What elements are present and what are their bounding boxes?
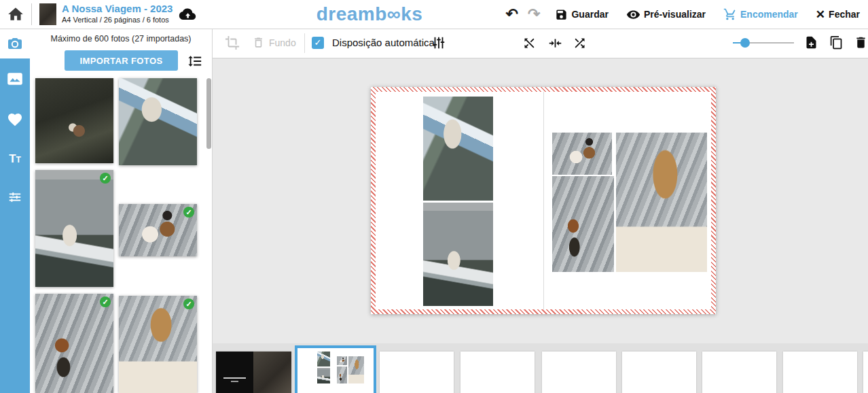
delete-page-icon[interactable]	[854, 35, 868, 50]
photo-thumb-woman-with-hat[interactable]: ✓	[119, 296, 197, 393]
sidebar-item-favorites[interactable]	[0, 105, 30, 135]
page-thumb-blank[interactable]	[863, 352, 868, 393]
photos-scrollbar[interactable]	[206, 78, 211, 149]
editor-canvas	[212, 58, 868, 343]
cloud-sync-icon	[178, 6, 197, 22]
shuffle-right-page-icon[interactable]	[573, 36, 587, 50]
cover-back	[216, 352, 253, 393]
page-thumb-blank[interactable]	[542, 352, 616, 393]
used-check-icon: ✓	[183, 298, 194, 309]
background-label: Fundo	[269, 37, 296, 48]
undo-icon[interactable]: ↶	[506, 7, 518, 22]
spread-photo-couple-portrait-marble[interactable]	[552, 133, 612, 175]
app-header: A Nossa Viagem - 2023 A4 Vertical / 26 p…	[0, 0, 868, 29]
page-thumb-blank[interactable]	[702, 352, 776, 393]
used-check-icon: ✓	[100, 296, 111, 307]
sidebar: TT	[0, 29, 30, 393]
spread-fold-line	[543, 92, 544, 309]
close-button[interactable]: ✕ Fechar	[816, 7, 860, 22]
page-thumb-spread-selected[interactable]	[295, 345, 376, 393]
photos-icon	[6, 70, 24, 88]
background-button[interactable]: Fundo	[252, 36, 296, 49]
sidebar-item-settings[interactable]	[0, 182, 30, 212]
pages-strip	[212, 343, 868, 393]
redo-icon[interactable]: ↷	[528, 7, 540, 22]
photo-thumb-couple-portrait-marble[interactable]: ✓	[119, 204, 197, 256]
text-icon: TT	[9, 152, 21, 166]
sidebar-item-text[interactable]: TT	[0, 144, 30, 174]
heart-icon	[7, 112, 23, 128]
project-title: A Nossa Viagem - 2023	[62, 3, 173, 15]
home-button[interactable]	[7, 5, 24, 23]
cart-icon	[723, 7, 737, 21]
import-photos-button[interactable]: IMPORTAR FOTOS	[65, 50, 178, 71]
project-subtitle: A4 Vertical / 26 páginas / 6 fotos	[62, 16, 173, 24]
toolbar-divider	[304, 33, 305, 53]
eye-icon	[626, 7, 640, 22]
zoom-slider-knob[interactable]	[740, 38, 750, 48]
merge-pages-icon[interactable]	[548, 36, 562, 50]
spread-photo-woman-in-boat[interactable]	[423, 97, 493, 201]
save-icon	[555, 8, 568, 21]
page-thumb-blank[interactable]	[622, 352, 696, 393]
photo-thumb-woman-on-boat-under-cliff[interactable]: ✓	[35, 170, 113, 287]
sidebar-item-camera[interactable]	[0, 29, 30, 58]
dreambooks-logo: dreamb∞ks	[317, 3, 423, 25]
used-check-icon: ✓	[183, 207, 194, 218]
sidebar-item-photos[interactable]	[0, 64, 30, 94]
photo-thumb-woman-in-boat[interactable]: ✓	[119, 78, 197, 165]
project-cover-thumbnail	[39, 3, 56, 25]
photo-thumb-couple-on-railing[interactable]: ✓	[35, 78, 113, 163]
header-divider	[31, 3, 32, 25]
photos-limit-label: Máximo de 600 fotos (27 importadas)	[30, 34, 212, 44]
crop-icon[interactable]	[225, 35, 240, 50]
page-spread-inner	[376, 92, 711, 309]
camera-icon	[7, 35, 23, 52]
editor-toolbar: Fundo ✓ Disposição automática	[212, 29, 868, 58]
spread-photo-woman-with-hat[interactable]	[616, 133, 707, 272]
spread-photo-woman-on-boat-under-cliff[interactable]	[423, 203, 493, 306]
zoom-slider[interactable]	[733, 42, 794, 44]
shuffle-left-page-icon[interactable]	[522, 36, 537, 50]
trash-icon	[252, 36, 265, 49]
sliders-icon	[7, 190, 22, 205]
page-thumb-blank[interactable]	[460, 352, 535, 393]
used-check-icon: ✓	[100, 173, 111, 184]
page-thumb-blank[interactable]	[783, 352, 857, 393]
duplicate-page-icon[interactable]	[829, 35, 844, 50]
layout-options-icon[interactable]	[431, 35, 446, 50]
cover-front-photo	[253, 352, 291, 393]
page-thumb-blank[interactable]	[380, 352, 454, 393]
preview-button[interactable]: Pré-visualizar	[626, 7, 706, 22]
save-button[interactable]: Guardar	[555, 8, 608, 21]
auto-layout-checkbox[interactable]: ✓	[312, 37, 324, 49]
add-page-icon[interactable]	[804, 35, 818, 50]
page-spread[interactable]	[371, 87, 716, 314]
photo-thumb-man-leaning-on-rocks[interactable]: ✓	[35, 294, 113, 393]
spread-photo-man-leaning-on-rocks[interactable]	[552, 176, 614, 272]
photos-panel: Máximo de 600 fotos (27 importadas) IMPO…	[30, 29, 212, 393]
sort-photos-icon[interactable]	[187, 54, 202, 69]
page-thumb-cover[interactable]	[216, 352, 291, 393]
close-icon: ✕	[816, 7, 825, 22]
auto-layout-label: Disposição automática	[332, 37, 435, 48]
order-button[interactable]: Encomendar	[723, 7, 798, 21]
